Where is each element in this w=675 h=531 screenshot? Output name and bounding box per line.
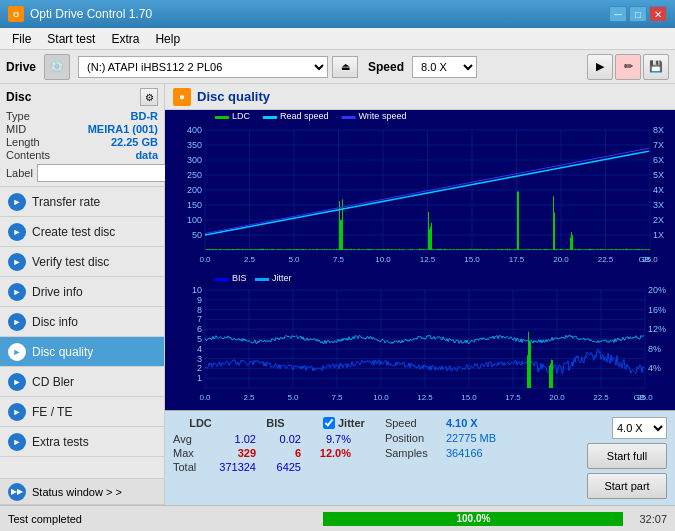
write-icon[interactable]: ✏	[615, 54, 641, 80]
maximize-button[interactable]: □	[629, 6, 647, 22]
avg-jitter: 9.7%	[311, 433, 351, 445]
disc-section: Disc ⚙ Type BD-R MID MEIRA1 (001) Length…	[0, 84, 164, 187]
disc-title: Disc	[6, 90, 31, 104]
test-speed-select[interactable]: 4.0 X	[612, 417, 667, 439]
action-buttons: 4.0 X Start full Start part	[587, 417, 667, 499]
disc-type-label: Type	[6, 110, 30, 122]
disc-info-label: Disc info	[32, 315, 78, 329]
disc-info-icon: ►	[8, 313, 26, 331]
disc-quality-header: ● Disc quality	[165, 84, 675, 110]
disc-contents-value: data	[135, 149, 158, 161]
total-bis: 6425	[266, 461, 301, 473]
menu-file[interactable]: File	[4, 30, 39, 48]
verify-test-disc-icon: ►	[8, 253, 26, 271]
menu-extra[interactable]: Extra	[103, 30, 147, 48]
titlebar-title: Opti Drive Control 1.70	[30, 7, 609, 21]
sidebar-item-verify-test-disc[interactable]: ► Verify test disc	[0, 247, 164, 277]
bis-header: BIS	[258, 417, 293, 429]
create-test-disc-icon: ►	[8, 223, 26, 241]
titlebar: O Opti Drive Control 1.70 ─ □ ✕	[0, 0, 675, 28]
jitter-checkbox[interactable]	[323, 417, 335, 429]
sidebar-item-cd-bler[interactable]: ► CD Bler	[0, 367, 164, 397]
main-area: Disc ⚙ Type BD-R MID MEIRA1 (001) Length…	[0, 84, 675, 505]
close-button[interactable]: ✕	[649, 6, 667, 22]
menu-start-test[interactable]: Start test	[39, 30, 103, 48]
status-window-button[interactable]: ▶▶ Status window > >	[0, 479, 164, 505]
stats-avg-row: Avg 1.02 0.02 9.7%	[173, 433, 365, 445]
stats-total-row: Total 371324 6425	[173, 461, 365, 473]
extra-tests-icon: ►	[8, 433, 26, 451]
stats-bar: LDC BIS Jitter Avg 1.02 0.02 9.7% Max 32…	[165, 410, 675, 505]
samples-key: Samples	[385, 447, 440, 459]
drive-eject-button[interactable]: ⏏	[332, 56, 358, 78]
speed-select-row: 4.0 X	[612, 417, 667, 439]
sidebar: Disc ⚙ Type BD-R MID MEIRA1 (001) Length…	[0, 84, 165, 505]
max-ldc: 329	[211, 447, 256, 459]
sidebar-item-fe-te[interactable]: ► FE / TE	[0, 397, 164, 427]
sidebar-item-create-test-disc[interactable]: ► Create test disc	[0, 217, 164, 247]
max-jitter: 12.0%	[311, 447, 351, 459]
max-bis: 6	[266, 447, 301, 459]
stats-max-row: Max 329 6 12.0%	[173, 447, 365, 459]
sidebar-item-extra-tests[interactable]: ► Extra tests	[0, 427, 164, 457]
disc-label-row: Label ⚙	[6, 164, 158, 182]
save-icon[interactable]: 💾	[643, 54, 669, 80]
disc-length-label: Length	[6, 136, 40, 148]
disc-type-row: Type BD-R	[6, 110, 158, 122]
app-icon: O	[8, 6, 24, 22]
drivebar: Drive 💿 (N:) ATAPI iHBS112 2 PL06 ⏏ Spee…	[0, 50, 675, 84]
cd-bler-label: CD Bler	[32, 375, 74, 389]
sidebar-item-drive-info[interactable]: ► Drive info	[0, 277, 164, 307]
transfer-rate-label: Transfer rate	[32, 195, 100, 209]
drive-info-label: Drive info	[32, 285, 83, 299]
status-time: 32:07	[631, 513, 675, 525]
disc-settings-icon[interactable]: ⚙	[140, 88, 158, 106]
extra-tests-label: Extra tests	[32, 435, 89, 449]
status-window-icon: ▶▶	[8, 483, 26, 501]
disc-quality-title: Disc quality	[197, 89, 270, 104]
fe-te-label: FE / TE	[32, 405, 72, 419]
position-key: Position	[385, 432, 440, 444]
speed-row: Speed 4.10 X	[385, 417, 496, 429]
drive-select[interactable]: (N:) ATAPI iHBS112 2 PL06	[78, 56, 328, 78]
total-label: Total	[173, 461, 201, 473]
sidebar-item-transfer-rate[interactable]: ► Transfer rate	[0, 187, 164, 217]
position-value: 22775 MB	[446, 432, 496, 444]
drive-label: Drive	[6, 60, 36, 74]
disc-label-input[interactable]	[37, 164, 166, 182]
speed-label: Speed	[368, 60, 404, 74]
jitter-header-row: Jitter	[323, 417, 365, 429]
stats-ldc-bis: LDC BIS Jitter Avg 1.02 0.02 9.7% Max 32…	[173, 417, 365, 473]
verify-test-disc-label: Verify test disc	[32, 255, 109, 269]
position-row: Position 22775 MB	[385, 432, 496, 444]
stats-speed-col: Speed 4.10 X Position 22775 MB Samples 3…	[385, 417, 496, 459]
ldc-header: LDC	[173, 417, 228, 429]
sidebar-nav: ► Transfer rate ► Create test disc ► Ver…	[0, 187, 164, 478]
start-full-button[interactable]: Start full	[587, 443, 667, 469]
status-window-label: Status window > >	[32, 486, 122, 498]
content-area: ● Disc quality LDC BIS Jitter	[165, 84, 675, 505]
disc-contents-row: Contents data	[6, 149, 158, 161]
speed-value: 4.10 X	[446, 417, 478, 429]
sidebar-item-disc-quality[interactable]: ► Disc quality	[0, 337, 164, 367]
sidebar-status: ▶▶ Status window > >	[0, 478, 164, 505]
status-test-completed: Test completed	[0, 513, 315, 525]
disc-length-value: 22.25 GB	[111, 136, 158, 148]
minimize-button[interactable]: ─	[609, 6, 627, 22]
speed-key: Speed	[385, 417, 440, 429]
samples-value: 364166	[446, 447, 483, 459]
disc-contents-label: Contents	[6, 149, 50, 161]
sidebar-item-disc-info[interactable]: ► Disc info	[0, 307, 164, 337]
disc-type-value: BD-R	[131, 110, 159, 122]
status-progress-bar: 100.0%	[323, 512, 623, 526]
statusbar: Test completed 100.0% 32:07	[0, 505, 675, 531]
transfer-rate-icon: ►	[8, 193, 26, 211]
disc-mid-value: MEIRA1 (001)	[88, 123, 158, 135]
jitter-header: Jitter	[338, 417, 365, 429]
menu-help[interactable]: Help	[147, 30, 188, 48]
start-part-button[interactable]: Start part	[587, 473, 667, 499]
speed-select[interactable]: 8.0 X	[412, 56, 477, 78]
disc-label-label: Label	[6, 167, 33, 179]
read-icon[interactable]: ▶	[587, 54, 613, 80]
fe-te-icon: ►	[8, 403, 26, 421]
